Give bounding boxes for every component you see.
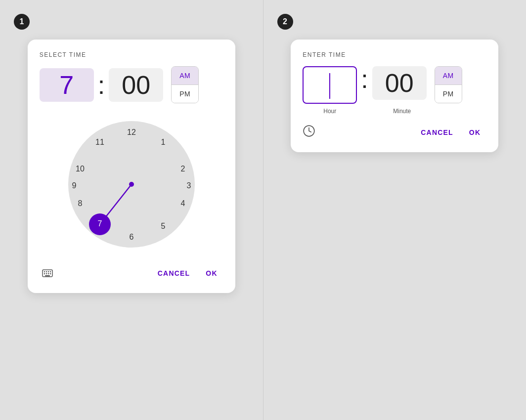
svg-text:9: 9 xyxy=(72,181,76,190)
hour-label: Hour xyxy=(303,108,357,115)
ampm-selector-2: AM PM xyxy=(435,66,462,103)
text-input-dialog: ENTER TIME : 00 AM PM Hour Minute xyxy=(291,40,498,152)
minute-label: Minute xyxy=(375,108,429,115)
dialog1-title: SELECT TIME xyxy=(40,51,223,58)
ampm-selector-1: AM PM xyxy=(171,66,199,103)
time-input-display: : 00 AM PM xyxy=(303,66,486,104)
minute-input-block[interactable]: 00 xyxy=(372,66,427,100)
footer-left xyxy=(40,265,55,281)
clock-toggle-icon[interactable] xyxy=(303,125,315,140)
svg-text:11: 11 xyxy=(95,138,104,146)
time-colon-2: : xyxy=(361,66,368,92)
cancel-button-2[interactable]: CANCEL xyxy=(415,125,459,140)
clock-picker-dialog: SELECT TIME 7 : 00 AM PM xyxy=(28,40,235,293)
text-cursor xyxy=(329,73,330,99)
svg-text:7: 7 xyxy=(97,219,102,228)
svg-text:1: 1 xyxy=(161,138,165,146)
pm-button-1[interactable]: PM xyxy=(172,85,198,103)
panel-2: 2 ENTER TIME : 00 AM PM Hour Minute xyxy=(263,0,526,420)
dialog2-footer: CANCEL OK xyxy=(303,125,486,140)
time-labels: Hour Minute xyxy=(303,108,486,115)
clock-container: 12 1 2 3 4 5 6 7 xyxy=(40,115,223,253)
clock-svg: 12 1 2 3 4 5 6 7 xyxy=(62,115,201,253)
ok-button-2[interactable]: OK xyxy=(463,125,486,140)
svg-text:8: 8 xyxy=(78,199,82,208)
dialog2-title: ENTER TIME xyxy=(303,51,486,58)
dialog1-footer: CANCEL OK xyxy=(40,265,223,281)
hour-input-block[interactable] xyxy=(303,66,357,104)
panel-1: 1 SELECT TIME 7 : 00 AM PM xyxy=(0,0,263,420)
svg-text:6: 6 xyxy=(129,233,133,241)
footer-left-2 xyxy=(303,125,315,140)
pm-button-2[interactable]: PM xyxy=(435,85,462,103)
svg-text:4: 4 xyxy=(180,199,185,208)
cancel-button-1[interactable]: CANCEL xyxy=(152,265,196,281)
minute-block[interactable]: 00 xyxy=(109,68,163,102)
svg-text:5: 5 xyxy=(161,222,165,230)
page: 1 SELECT TIME 7 : 00 AM PM xyxy=(0,0,526,420)
keyboard-icon[interactable] xyxy=(40,265,55,281)
ok-button-1[interactable]: OK xyxy=(200,265,223,281)
am-button-2[interactable]: AM xyxy=(435,67,462,85)
svg-text:10: 10 xyxy=(76,165,85,173)
svg-text:3: 3 xyxy=(186,181,191,190)
svg-text:12: 12 xyxy=(127,128,136,136)
panel-2-number: 2 xyxy=(277,14,293,30)
time-display: 7 : 00 AM PM xyxy=(40,66,223,103)
svg-text:2: 2 xyxy=(180,165,185,173)
hour-block[interactable]: 7 xyxy=(40,68,94,102)
panel-1-number: 1 xyxy=(14,14,30,30)
am-button-1[interactable]: AM xyxy=(172,67,198,85)
clock-face[interactable]: 12 1 2 3 4 5 6 7 xyxy=(62,115,201,253)
time-colon-1: : xyxy=(98,72,105,98)
